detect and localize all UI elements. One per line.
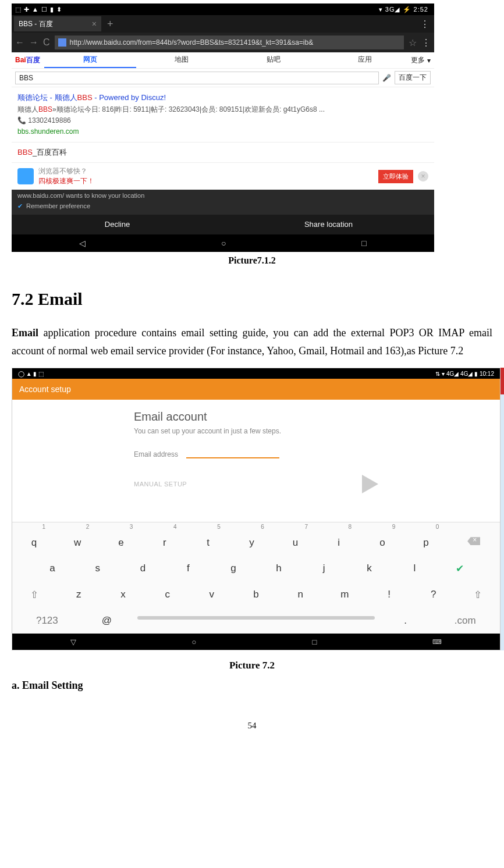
key-h[interactable]: h [256,556,301,582]
key-hint: 7 [275,522,318,530]
promo-line-1: 浏览器不够快？ [38,166,374,176]
checkbox-icon[interactable]: ✔ [17,202,23,210]
promo-banner: 浏览器不够快？ 四核极速爽一下！ 立即体验 × [12,162,434,190]
key-m[interactable]: m [322,582,367,608]
app-bar-title: Account setup [19,385,71,394]
key-p[interactable]: p [404,530,448,556]
status-icons-right-2: ⇅ ▾ 4G◢ 4G◢ ▮ 10:12 [435,371,494,377]
baidu-tab-more[interactable]: 更多▾ [411,55,434,65]
url-bar[interactable]: http://www.baidu.com/from=844b/s?word=BB… [55,35,404,49]
key-l[interactable]: l [392,556,437,582]
back-icon[interactable]: ← [15,37,24,48]
key-f[interactable]: f [165,556,211,582]
body-paragraph: Email application procedure contains ema… [12,324,492,360]
key-hint: 4 [143,522,187,530]
voice-search-icon[interactable]: 🎤 [382,74,391,82]
key-dotcom[interactable]: .com [430,608,500,634]
forward-icon: → [29,37,38,48]
key-s[interactable]: s [75,556,120,582]
remember-preference-row[interactable]: ✔ Remember preference [12,201,434,215]
result-snippet: 顺德人BBS»顺德论坛今日: 816|昨日: 5911|帖子: 32623043… [17,104,428,115]
setup-subtitle: You can set up your account in just a fe… [134,427,378,435]
key-backspace[interactable] [448,530,500,556]
baidu-tab-map[interactable]: 地图 [136,52,228,68]
screenshot-email-setup: ◯ ▲ ▮ ⬚ ⇅ ▾ 4G◢ 4G◢ ▮ 10:12 Account setu… [12,368,501,650]
key-d[interactable]: d [120,556,166,582]
key-g[interactable]: g [211,556,256,582]
status-icons-left-2: ◯ ▲ ▮ ⬚ [18,371,44,377]
key-o[interactable]: o [361,530,404,556]
result-title[interactable]: 顺德论坛 - 顺德人BBS - Powered by Discuz! [17,92,428,104]
key-question[interactable]: ? [411,582,456,608]
key-v[interactable]: v [190,582,234,608]
geolocation-actions: Decline Share location [12,215,434,234]
soft-keyboard: 1 2 3 4 5 6 7 8 9 0 q w e r t [12,522,500,634]
nav-home-icon[interactable]: ○ [221,239,226,248]
key-r[interactable]: r [143,530,186,556]
key-k[interactable]: k [347,556,392,582]
key-w[interactable]: w [56,530,100,556]
email-input[interactable] [186,447,279,458]
manual-setup-button[interactable]: MANUAL SETUP [134,481,187,488]
key-c[interactable]: c [145,582,190,608]
promo-close-icon[interactable]: × [418,171,428,182]
key-e[interactable]: e [100,530,143,556]
baidu-search-row: BBS 🎤 百度一下 [12,69,434,87]
status-icons-left: ⬚ ✚ ▲ ☐ ▮ ⬍ [15,6,62,13]
result-phone[interactable]: 📞 13302419886 [17,115,428,126]
baidu-tab-tieba[interactable]: 贴吧 [228,52,320,68]
close-tab-icon[interactable]: × [92,19,97,29]
subsection-heading: a. Email Setting [12,680,492,692]
key-exclaim[interactable]: ! [367,582,411,608]
browser-toolbar: ← → C http://www.baidu.com/from=844b/s?w… [12,33,434,52]
nav-recents-icon[interactable]: □ [361,239,366,248]
search-result-1[interactable]: 顺德论坛 - 顺德人BBS - Powered by Discuz! 顺德人BB… [12,87,434,143]
key-j[interactable]: j [301,556,347,582]
key-hint: 3 [100,522,143,530]
promo-cta-button[interactable]: 立即体验 [378,170,413,183]
key-space[interactable] [132,608,381,634]
search-input[interactable]: BBS [15,72,379,84]
share-location-button[interactable]: Share location [223,215,434,234]
baidu-tab-app[interactable]: 应用 [320,52,411,68]
key-at[interactable]: @ [82,608,132,634]
key-hint: 9 [362,522,406,530]
nav-back-icon[interactable]: ▽ [70,638,76,646]
section-heading: 7.2 Email [12,289,492,309]
key-q[interactable]: q [12,530,56,556]
baidu-tab-web[interactable]: 网页 [44,52,136,68]
search-result-2[interactable]: BBS_百度百科 [12,143,434,162]
key-x[interactable]: x [101,582,145,608]
browser-menu-icon[interactable]: ⋮ [421,37,431,48]
bookmark-icon[interactable]: ☆ [409,37,417,48]
key-symbols[interactable]: ?123 [12,608,82,634]
key-u[interactable]: u [274,530,317,556]
key-t[interactable]: t [186,530,230,556]
app-bar: Account setup [12,379,500,400]
next-button-icon[interactable] [362,475,378,493]
key-period[interactable]: . [381,608,431,634]
browser-tab[interactable]: BBS - 百度 × [14,16,101,31]
search-button[interactable]: 百度一下 [395,71,431,84]
key-n[interactable]: n [278,582,322,608]
tab-menu-icon[interactable]: ⋮ [420,19,430,30]
baidu-logo[interactable]: Bai百度 [12,55,44,65]
decline-button[interactable]: Decline [12,215,223,234]
keyboard-switch-icon[interactable]: ⌨ [432,638,442,646]
new-tab-icon[interactable]: + [107,18,113,30]
nav-back-icon[interactable]: ◁ [79,239,86,248]
key-y[interactable]: y [230,530,274,556]
key-b[interactable]: b [234,582,278,608]
key-i[interactable]: i [317,530,361,556]
key-a[interactable]: a [30,556,75,582]
key-shift[interactable]: ⇧ [12,582,56,608]
status-icons-right: ▾ 3G◢ ⚡ 2:52 [379,6,428,13]
nav-home-icon[interactable]: ○ [192,638,197,646]
key-shift-right[interactable]: ⇧ [456,582,500,608]
site-icon [58,38,66,47]
key-z[interactable]: z [56,582,101,608]
result-url[interactable]: bbs.shunderen.com [17,126,428,137]
key-enter[interactable]: ✔ [437,556,482,582]
reload-icon[interactable]: C [43,37,50,48]
nav-recents-icon[interactable]: □ [313,638,317,646]
